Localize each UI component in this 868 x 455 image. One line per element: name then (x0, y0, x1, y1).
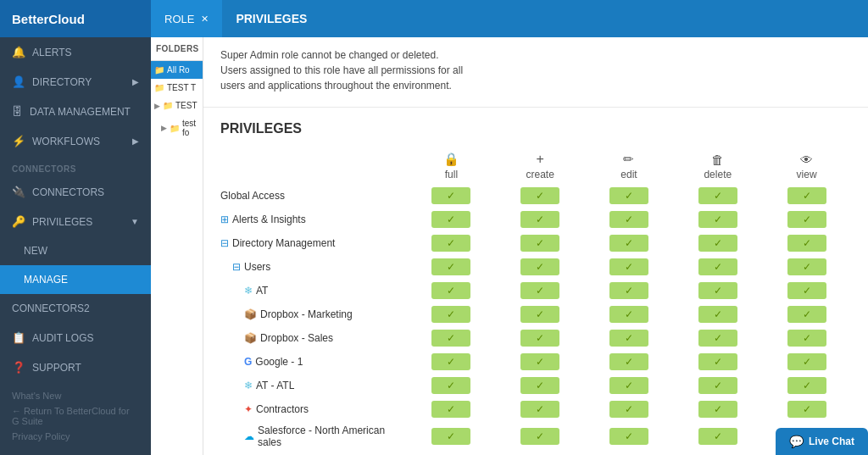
row-label-cell: ☁Salesforce - North American sales (220, 421, 407, 452)
sidebar-item-data-management[interactable]: 🗄 DATA MANAGEMENT (0, 97, 151, 126)
check-edit-cell: ✓ (585, 184, 674, 208)
sidebar-item-directory[interactable]: 👤 DIRECTORY ▶ (0, 67, 151, 97)
whats-new-link[interactable]: What's New (12, 391, 139, 401)
folder-icon: 📁 (154, 83, 164, 92)
check-green-icon: ✓ (698, 306, 737, 323)
check-green-icon: ✓ (787, 211, 826, 228)
return-link[interactable]: ← Return To BetterCloud for G Suite (12, 406, 139, 426)
folder-item-testfo-label: test fo (182, 119, 199, 137)
table-row: GGoogle - 1✓✓✓✓✓ (220, 350, 851, 374)
row-text: AT (256, 285, 268, 297)
sidebar-item-alerts[interactable]: 🔔 ALERTS (0, 37, 151, 67)
folder-icon: 📁 (163, 101, 173, 110)
table-row: ⊟Directory Management✓✓✓✓✓ (220, 231, 851, 255)
tabs-area: ROLE ✕ PRIVILEGES (151, 0, 320, 37)
delete-icon: 🗑 (680, 153, 755, 167)
row-text: Users (244, 261, 270, 273)
sidebar-item-data-management-label: DATA MANAGEMENT (30, 106, 131, 118)
sidebar-item-workflows-label: WORKFLOWS (32, 136, 100, 147)
expand-icon[interactable]: ⊞ (220, 214, 229, 225)
close-tab-icon[interactable]: ✕ (201, 14, 209, 25)
check-green-icon: ✓ (609, 258, 648, 275)
check-green-icon: ✓ (609, 428, 648, 445)
sidebar-item-privileges-label: PRIVILEGES (32, 216, 92, 228)
check-create-cell: ✓ (496, 452, 585, 455)
salesforce-icon: ☁ (244, 430, 254, 442)
row-label-cell: ❄AT - ATL (220, 374, 407, 397)
row-text: Alerts & Insights (232, 214, 306, 225)
check-create-cell: ✓ (496, 255, 585, 279)
col-header-edit: ✏ edit (585, 148, 674, 184)
row-text: Dropbox - Sales (260, 332, 333, 344)
folder-icon: 📁 (170, 124, 180, 133)
check-green-icon: ✓ (787, 306, 826, 323)
full-icon: 🔒 (414, 152, 489, 167)
check-full-cell: ✓ (407, 350, 496, 374)
privacy-link[interactable]: Privacy Policy (12, 431, 139, 441)
check-green-icon: ✓ (698, 428, 737, 445)
check-delete-cell: ✓ (673, 374, 762, 397)
check-green-icon: ✓ (787, 330, 826, 347)
sidebar-item-connectors2[interactable]: CONNECTORS2 (0, 294, 151, 323)
connectors-icon: 🔌 (12, 186, 25, 198)
collapse-icon[interactable]: ⊟ (220, 237, 229, 249)
folder-item-testfo[interactable]: ▶ 📁 test fo (151, 114, 203, 141)
row-text: AT - ATL (256, 380, 294, 391)
check-green-icon: ✓ (431, 306, 470, 323)
row-label-cell: ⊟Directory Management (220, 231, 407, 255)
folder-item-test[interactable]: ▶ 📁 TEST (151, 97, 203, 114)
check-full-cell: ✓ (407, 255, 496, 279)
sidebar-item-alerts-label: ALERTS (32, 47, 71, 58)
check-view-cell: ✓ (762, 279, 851, 302)
connectors-section-label: CONNECTORS (0, 156, 151, 177)
row-text: Global Access (220, 190, 285, 202)
row-text: Salesforce - North American sales (258, 424, 400, 448)
check-edit-cell: ✓ (585, 452, 674, 455)
check-green-icon: ✓ (698, 401, 737, 418)
check-green-icon: ✓ (520, 187, 559, 204)
chat-icon: 💬 (789, 435, 804, 448)
sidebar-footer: What's New ← Return To BetterCloud for G… (0, 382, 151, 455)
sidebar-item-directory-label: DIRECTORY (32, 76, 92, 88)
check-green-icon: ✓ (520, 211, 559, 228)
sidebar-item-connectors[interactable]: 🔌 CONNECTORS (0, 177, 151, 207)
folder-item-allro[interactable]: 📁 All Ro (151, 61, 203, 79)
sidebar-item-support[interactable]: ❓ SUPPORT (0, 352, 151, 382)
role-description-box: Super Admin role cannot be changed or de… (203, 37, 868, 108)
check-create-cell: ✓ (496, 326, 585, 350)
check-full-cell: ✓ (407, 452, 496, 455)
check-view-cell: ✓ (762, 231, 851, 255)
table-row: Global Access✓✓✓✓✓ (220, 184, 851, 208)
collapse-icon[interactable]: ⊟ (232, 261, 241, 273)
check-delete-cell: ✓ (673, 255, 762, 279)
check-green-icon: ✓ (787, 282, 826, 299)
col-header-full: 🔒 full (407, 148, 496, 184)
row-label-cell: ⊟Users (220, 255, 407, 279)
sidebar-item-audit-logs[interactable]: 📋 AUDIT LOGS (0, 323, 151, 352)
live-chat-button[interactable]: 💬 Live Chat (776, 428, 868, 455)
row-text: Google - 1 (255, 356, 303, 368)
check-full-cell: ✓ (407, 208, 496, 231)
check-green-icon: ✓ (698, 235, 737, 252)
sidebar-item-privileges[interactable]: 🔑 PRIVILEGES ▼ (0, 207, 151, 236)
folders-header: FOLDERS (151, 37, 203, 61)
check-green-icon: ✓ (431, 377, 470, 394)
table-row: ❄AT✓✓✓✓✓ (220, 279, 851, 302)
sidebar-item-workflows[interactable]: ⚡ WORKFLOWS ▶ (0, 126, 151, 156)
tab-role[interactable]: ROLE ✕ (151, 0, 222, 37)
folder-item-testt[interactable]: 📁 TEST T (151, 79, 203, 97)
check-green-icon: ✓ (520, 235, 559, 252)
table-row: 📦Dropbox - Marketing✓✓✓✓✓ (220, 302, 851, 326)
check-green-icon: ✓ (520, 353, 559, 370)
sidebar-item-new[interactable]: NEW (0, 236, 151, 265)
check-green-icon: ✓ (609, 377, 648, 394)
check-delete-cell: ✓ (673, 326, 762, 350)
check-edit-cell: ✓ (585, 350, 674, 374)
row-label-cell: ❄AT (220, 279, 407, 302)
check-edit-cell: ✓ (585, 421, 674, 452)
check-green-icon: ✓ (431, 330, 470, 347)
check-create-cell: ✓ (496, 231, 585, 255)
check-view-cell: ✓ (762, 208, 851, 231)
sidebar-item-manage[interactable]: MANAGE (0, 265, 151, 294)
check-green-icon: ✓ (787, 235, 826, 252)
